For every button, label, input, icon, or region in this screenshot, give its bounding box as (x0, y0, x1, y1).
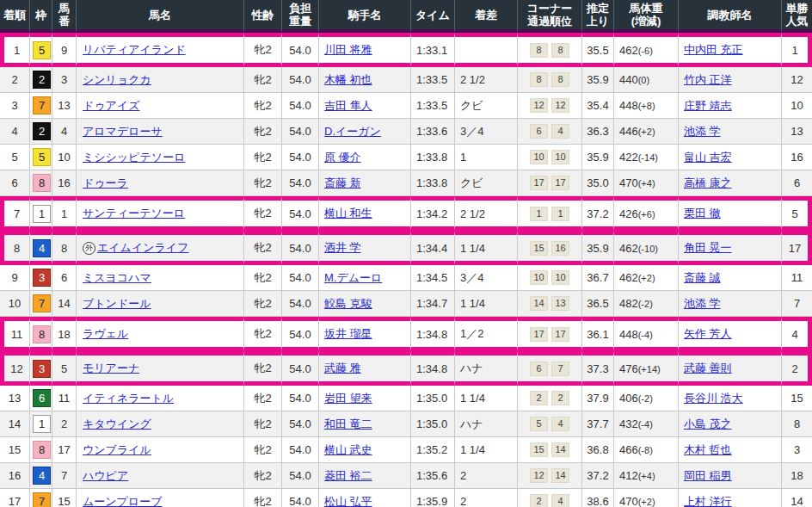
trainer-cell: 池添 学 (679, 291, 782, 317)
sex-age: 牝2 (244, 231, 282, 265)
horse-weight-diff: (+4) (638, 471, 655, 481)
corner-position-box: 6 (530, 362, 548, 376)
horse-weight-diff: (+8) (638, 101, 655, 111)
trainer-link[interactable]: 武藤 善則 (684, 362, 732, 374)
frame-number-cell: 8 (30, 317, 52, 351)
trainer-link[interactable]: 栗田 徹 (684, 207, 721, 219)
frame-number-cell: 3 (30, 351, 52, 386)
finish-time: 1:33.8 (411, 170, 455, 196)
jockey-link[interactable]: 川田 将雅 (324, 43, 372, 56)
jockey-cell: 岩田 望来 (319, 386, 411, 411)
finish-time: 1:33.5 (411, 93, 455, 119)
trainer-link[interactable]: 庄野 靖志 (684, 99, 732, 112)
frame-number-badge: 7 (33, 492, 51, 507)
col-header-num: 馬 番 (52, 0, 77, 33)
last-3f: 36.1 (582, 317, 614, 351)
jockey-link[interactable]: 斎藤 新 (324, 176, 361, 189)
trainer-link[interactable]: 小島 茂之 (684, 417, 732, 430)
col-header-margin: 着差 (455, 0, 518, 33)
corner-passing-order: 24 (518, 489, 582, 507)
col-header-fav: 単勝 人気 (782, 0, 812, 33)
horse-name-link[interactable]: ブトンドール (83, 297, 151, 310)
trainer-link[interactable]: 中内田 充正 (684, 43, 743, 56)
jockey-link[interactable]: 吉田 隼人 (324, 99, 372, 112)
horse-name-link[interactable]: ムーンプローブ (83, 495, 163, 507)
horse-name-link[interactable]: リバティアイランド (83, 43, 186, 56)
finish-time: 1:34.4 (411, 231, 455, 265)
horse-name-link[interactable]: ドゥーラ (83, 176, 128, 189)
horse-name-link[interactable]: エイムインライフ (97, 241, 188, 254)
horse-name-link[interactable]: サンティーテソーロ (83, 207, 185, 219)
horse-name-link[interactable]: アロマデローサ (83, 125, 163, 138)
frame-number-cell: 4 (30, 231, 52, 265)
jockey-link[interactable]: M.デムーロ (324, 271, 382, 284)
last-3f: 37.2 (582, 196, 614, 231)
jockey-link[interactable]: D.イーガン (324, 125, 381, 138)
sex-age: 牝2 (244, 33, 282, 67)
horse-name-link[interactable]: ラヴェル (83, 327, 128, 340)
frame-number-badge: 2 (33, 122, 51, 140)
last-3f: 35.9 (582, 145, 614, 170)
sex-age: 牝2 (244, 145, 282, 170)
horse-number: 13 (52, 93, 77, 119)
frame-number-badge: 7 (33, 294, 51, 312)
horse-name-link[interactable]: イティネラートル (83, 392, 174, 405)
frame-number-badge: 2 (33, 71, 51, 89)
jockey-link[interactable]: 横山 武史 (324, 443, 372, 456)
horse-name-cell: ドゥアイズ (77, 93, 244, 119)
trainer-link[interactable]: 矢作 芳人 (684, 327, 732, 340)
jockey-cell: 原 優介 (319, 145, 411, 170)
carried-weight: 54.0 (282, 93, 319, 119)
horse-weight: 406(-2) (614, 386, 679, 411)
trainer-link[interactable]: 池添 学 (684, 297, 721, 310)
jockey-link[interactable]: 武藤 雅 (324, 362, 361, 374)
corner-passing-order: 1717 (518, 317, 582, 351)
last-3f: 36.3 (582, 119, 614, 145)
trainer-link[interactable]: 高橋 康之 (684, 176, 732, 189)
trainer-link[interactable]: 斎藤 誠 (684, 271, 721, 284)
corner-passing-order: 1010 (518, 145, 582, 170)
horse-number: 9 (52, 33, 77, 67)
jockey-link[interactable]: 松山 弘平 (324, 495, 372, 507)
finish-position: 7 (0, 196, 30, 231)
last-3f: 36.8 (582, 437, 614, 463)
jockey-link[interactable]: 鮫島 克駿 (324, 297, 372, 310)
jockey-link[interactable]: 横山 和生 (324, 207, 372, 219)
horse-number: 14 (52, 291, 77, 317)
jockey-link[interactable]: 和田 竜二 (324, 417, 372, 430)
trainer-link[interactable]: 上村 洋行 (684, 495, 732, 507)
horse-name-link[interactable]: ミシシッピテソーロ (83, 151, 185, 164)
horse-weight-diff: (-8) (638, 445, 653, 455)
trainer-link[interactable]: 畠山 吉宏 (684, 151, 732, 164)
corner-position-box: 10 (551, 150, 569, 164)
jockey-link[interactable]: 木幡 初也 (324, 73, 372, 86)
trainer-link[interactable]: 池添 学 (684, 125, 721, 138)
jockey-link[interactable]: 菱田 裕二 (324, 469, 372, 482)
trainer-link[interactable]: 角田 晃一 (684, 241, 732, 254)
margin: 2 (455, 489, 518, 507)
trainer-link[interactable]: 岡田 稲男 (684, 469, 732, 482)
horse-name-link[interactable]: ウンブライル (83, 443, 151, 456)
horse-name-link[interactable]: ミスヨコハマ (83, 271, 151, 284)
trainer-link[interactable]: 長谷川 浩大 (684, 392, 743, 405)
horse-name-link[interactable]: ドゥアイズ (83, 99, 140, 112)
win-popularity: 7 (782, 291, 812, 317)
frame-number-cell: 7 (30, 291, 52, 317)
trainer-cell: 矢作 芳人 (679, 317, 782, 351)
horse-weight-diff: (+2) (638, 497, 655, 507)
trainer-link[interactable]: 木村 哲也 (684, 443, 732, 456)
corner-passing-order: 1212 (518, 93, 582, 119)
horse-name-link[interactable]: モリアーナ (83, 362, 139, 374)
jockey-link[interactable]: 坂井 瑠星 (324, 327, 372, 340)
jockey-link[interactable]: 酒井 学 (324, 241, 361, 254)
jockey-link[interactable]: 岩田 望来 (324, 392, 372, 405)
horse-weight: 466(-8) (614, 437, 679, 463)
win-popularity: 8 (782, 411, 812, 437)
trainer-link[interactable]: 竹内 正洋 (684, 73, 732, 86)
horse-name-link[interactable]: ハウピア (83, 469, 128, 482)
carried-weight: 54.0 (282, 411, 319, 437)
horse-weight: 448(-4) (614, 317, 679, 351)
horse-name-link[interactable]: キタウイング (83, 417, 151, 430)
jockey-link[interactable]: 原 優介 (324, 151, 361, 164)
horse-name-link[interactable]: シンリョクカ (83, 73, 151, 86)
